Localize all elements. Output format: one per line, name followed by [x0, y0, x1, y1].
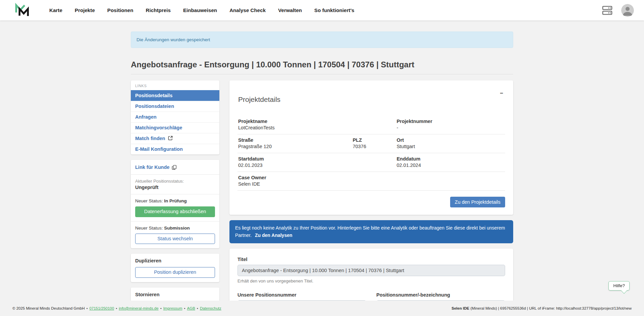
- field-value: Pragstraße 120: [238, 144, 353, 149]
- main-nav: Karte Projekte Positionen Richtpreis Ein…: [49, 7, 355, 13]
- sidebar-item-label: Match finden: [135, 136, 165, 141]
- project-details-row: Straße Pragstraße 120 PLZ 70376 Ort Stut…: [237, 134, 505, 153]
- duplicate-position-button[interactable]: Position duplizieren: [135, 267, 215, 278]
- current-status-value: Ungeprüft: [135, 185, 215, 190]
- footer-separator: •: [116, 306, 117, 310]
- links-card-header: LINKS: [131, 80, 219, 90]
- footer-session-info: Selen IDE (Mineral Minds) | 69576255536d…: [451, 306, 632, 310]
- field-value: Selen IDE: [238, 181, 353, 187]
- go-to-project-details-button[interactable]: Zu den Projektdetails: [450, 197, 505, 207]
- footer-separator: •: [197, 306, 198, 310]
- field-label: Projektnummer: [396, 119, 504, 124]
- new-status-value: Submission: [164, 226, 190, 231]
- save-success-alert: Die Änderungen wurden gespeichert: [131, 31, 513, 48]
- sidebar-item-anfragen[interactable]: Anfragen: [131, 112, 219, 122]
- field-value: 70376: [353, 144, 396, 149]
- titel-label: Titel: [237, 257, 505, 262]
- status-card: Link für Kunde Aktueller Positionsstatus…: [131, 160, 219, 248]
- footer-impressum-link[interactable]: Impressum: [163, 306, 182, 310]
- navbar-right: [602, 4, 634, 17]
- duplicate-card-title: Duplizieren: [135, 258, 215, 263]
- field-label: Projektname: [238, 119, 353, 124]
- links-card: LINKS Positionsdetails Positionsdateien …: [131, 80, 219, 154]
- footer-copyright: © 2025 Mineral Minds Deutschland GmbH: [12, 306, 85, 310]
- field-label: Case Owner: [238, 175, 353, 180]
- nav-item-projekte[interactable]: Projekte: [75, 7, 95, 13]
- new-status-line-1: Neuer Status: In Prüfung: [135, 198, 215, 203]
- customer-link[interactable]: Link für Kunde: [135, 165, 177, 170]
- sidebar-item-positionsdetails[interactable]: Positionsdetails: [131, 90, 219, 101]
- external-link-icon: [168, 136, 173, 140]
- nav-item-analyse-check[interactable]: Analyse Check: [229, 7, 266, 13]
- field-label: Straße: [238, 137, 353, 143]
- our-position-number-label: Unsere Positionsnummer: [237, 292, 366, 298]
- footer-separator: •: [184, 306, 185, 310]
- position-form-card: Titel Erhält den von uns vorgegebenen Ti…: [229, 249, 513, 301]
- field-label: Enddatum: [396, 156, 504, 162]
- nav-item-so-funktionierts[interactable]: So funktioniert's: [314, 7, 354, 13]
- project-details-row: Case Owner Selen IDE: [237, 172, 505, 191]
- sidebar-item-positionsdateien[interactable]: Positionsdateien: [131, 101, 219, 112]
- footer-agb-link[interactable]: AGB: [187, 306, 195, 310]
- sidebar-item-email-konfiguration[interactable]: E-Mail Konfiguration: [131, 144, 219, 154]
- new-status-prefix: Neuer Status:: [135, 226, 163, 231]
- brand-logo[interactable]: [14, 3, 30, 18]
- nav-item-richtpreis[interactable]: Richtpreis: [146, 7, 171, 13]
- project-details-row: Startdatum 02.01.2023 Enddatum 02.01.202…: [237, 153, 505, 172]
- copy-icon: [172, 165, 177, 170]
- main-content: Projektdetails – Projektname LotCreation…: [229, 80, 513, 301]
- help-button[interactable]: Hilfe?: [608, 281, 630, 291]
- cancel-card-title: Stornieren: [135, 292, 215, 297]
- footer-left: © 2025 Mineral Minds Deutschland GmbH • …: [12, 306, 221, 310]
- footer-email-link[interactable]: info@mineral-minds.de: [119, 306, 158, 310]
- sidebar: LINKS Positionsdetails Positionsdateien …: [131, 80, 219, 301]
- project-details-card: Projektdetails – Projektname LotCreation…: [229, 80, 513, 215]
- new-status-prefix: Neuer Status:: [135, 198, 163, 203]
- new-status-line-2: Neuer Status: Submission: [135, 226, 215, 231]
- page-title: Angebotsanfrage - Entsorgung | 10.000 To…: [131, 60, 513, 74]
- titel-help-text: Erhält den von uns vorgegebenen Titel.: [237, 278, 505, 283]
- project-details-row: Projektname LotCreationTests Projektnumm…: [237, 116, 505, 134]
- analytics-info-banner: Es liegt noch keine Analytik zu Ihrer Po…: [229, 220, 513, 243]
- nav-item-positionen[interactable]: Positionen: [107, 7, 133, 13]
- nav-item-verwalten[interactable]: Verwalten: [278, 7, 302, 13]
- current-status-label: Aktueller Positionsstatus:: [135, 179, 215, 184]
- user-avatar-icon[interactable]: [621, 4, 634, 17]
- titel-input: [237, 265, 505, 276]
- field-label: PLZ: [353, 137, 396, 143]
- divider: [131, 194, 219, 194]
- divider: [131, 174, 219, 175]
- field-value: 02.01.2024: [396, 163, 504, 168]
- server-dns-icon[interactable]: [602, 5, 612, 15]
- footer-session-details: (Mineral Minds) | 69576255536d | URL of …: [470, 306, 632, 310]
- project-details-title: Projektdetails: [238, 96, 280, 104]
- collapse-icon[interactable]: –: [499, 90, 504, 97]
- footer-separator: •: [160, 306, 162, 310]
- position-number-label: Positionsnummer/-bezeichnung: [376, 292, 505, 298]
- sidebar-item-matchingvorschlaege[interactable]: Matchingvorschläge: [131, 122, 219, 133]
- footer: © 2025 Mineral Minds Deutschland GmbH • …: [0, 301, 644, 316]
- field-value: -: [396, 125, 504, 130]
- nav-item-karte[interactable]: Karte: [49, 7, 62, 13]
- footer-phone-link[interactable]: 07151/250100: [90, 306, 114, 310]
- switch-status-button[interactable]: Status wechseln: [135, 234, 215, 244]
- position-number-field: Positionsnummer/-bezeichnung Z.B. Intern…: [376, 292, 505, 301]
- customer-link-label: Link für Kunde: [135, 165, 169, 170]
- duplicate-card: Duplizieren Position duplizieren: [131, 254, 219, 282]
- complete-data-entry-button[interactable]: Datenerfassung abschließen: [135, 206, 215, 217]
- our-position-number-field: Unsere Positionsnummer Erhält eine syste…: [237, 292, 366, 301]
- field-label: Ort: [396, 137, 504, 143]
- top-navbar: Karte Projekte Positionen Richtpreis Ein…: [0, 0, 644, 20]
- sidebar-item-match-finden[interactable]: Match finden: [131, 133, 219, 144]
- app-viewport: Karte Projekte Positionen Richtpreis Ein…: [0, 0, 644, 301]
- footer-datenschutz-link[interactable]: Datenschutz: [200, 306, 221, 310]
- field-value: Stuttgart: [396, 144, 504, 149]
- mineral-minds-logo-icon: [14, 3, 30, 18]
- go-to-analyses-link[interactable]: Zu den Analysen: [255, 233, 292, 238]
- nav-item-einbauweisen[interactable]: Einbauweisen: [183, 7, 217, 13]
- footer-separator: •: [87, 306, 88, 310]
- footer-user-name: Selen IDE: [451, 306, 469, 310]
- new-status-value: In Prüfung: [164, 198, 187, 203]
- cancel-card: Stornieren Stornieren: [131, 288, 219, 301]
- field-value: 02.01.2023: [238, 163, 353, 168]
